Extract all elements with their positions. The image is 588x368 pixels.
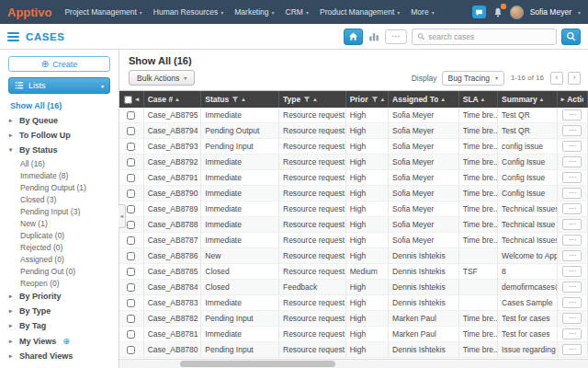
filter-icon[interactable] bbox=[303, 96, 311, 103]
row-checkbox[interactable] bbox=[127, 330, 135, 339]
row-checkbox[interactable] bbox=[127, 205, 135, 213]
table-row[interactable]: Case_AB8785ClosedResource requestMediumD… bbox=[119, 264, 588, 280]
topbar-menu-human-resources[interactable]: Human Resources▾ bbox=[148, 0, 229, 24]
column-header-assigned-to[interactable]: Assigned To▴ bbox=[389, 91, 459, 108]
add-view-icon[interactable]: ⊕ bbox=[62, 336, 70, 346]
sidebar-item-new[interactable]: New (1) bbox=[20, 217, 110, 229]
topbar-menu-more[interactable]: More▾ bbox=[405, 0, 439, 24]
sidebar-section-by-priority[interactable]: ▸By Priority bbox=[8, 289, 110, 304]
row-checkbox[interactable] bbox=[127, 111, 135, 120]
row-checkbox[interactable] bbox=[127, 268, 135, 276]
sidebar-item-immediate[interactable]: Immediate (8) bbox=[20, 169, 110, 181]
home-button[interactable] bbox=[344, 29, 363, 45]
sort-icon[interactable]: ▴ bbox=[313, 96, 316, 103]
search-button[interactable] bbox=[561, 29, 581, 45]
select-all-checkbox[interactable] bbox=[124, 96, 132, 104]
table-row[interactable]: Case_AB8780Pending InputResource request… bbox=[119, 342, 588, 358]
next-page-button[interactable]: › bbox=[568, 72, 581, 85]
row-checkbox[interactable] bbox=[127, 283, 135, 292]
filter-icon[interactable] bbox=[371, 96, 379, 103]
row-checkbox[interactable] bbox=[127, 252, 135, 260]
table-row[interactable]: Case_AB8784ClosedFeedbackHighDennis Isht… bbox=[119, 280, 588, 295]
table-row[interactable]: Case_AB8793Pending InputResource request… bbox=[119, 139, 588, 155]
row-actions-button[interactable]: ⋯ bbox=[562, 266, 582, 277]
filter-icon[interactable] bbox=[232, 96, 239, 103]
row-actions-button[interactable]: ⋯ bbox=[562, 172, 582, 183]
horizontal-scrollbar[interactable] bbox=[119, 359, 588, 368]
table-row[interactable]: Case_AB8792ImmediateResource requestHigh… bbox=[119, 155, 588, 170]
sort-icon[interactable]: ▴ bbox=[175, 96, 178, 103]
row-actions-button[interactable]: ⋯ bbox=[562, 156, 582, 167]
row-actions-button[interactable]: ⋯ bbox=[562, 203, 582, 214]
row-checkbox[interactable] bbox=[127, 174, 135, 182]
table-row[interactable]: Case_AB8787ImmediateResource requestHigh… bbox=[119, 233, 588, 248]
column-header-status[interactable]: Status▴ bbox=[201, 91, 279, 108]
topbar-menu-crm[interactable]: CRM▾ bbox=[280, 0, 314, 24]
row-actions-button[interactable]: ⋯ bbox=[562, 235, 582, 246]
table-row[interactable]: Case_AB8794Pending OutputResource reques… bbox=[119, 123, 588, 139]
table-row[interactable]: Case_AB8782Pending InputResource request… bbox=[119, 311, 588, 327]
sidebar-section-to-follow-up[interactable]: ▸To Follow Up bbox=[8, 128, 110, 143]
table-row[interactable]: Case_AB8789ImmediateResource requestHigh… bbox=[119, 201, 588, 217]
display-dropdown[interactable]: Bug Tracing ▾ bbox=[442, 71, 504, 86]
table-row[interactable]: Case_AB8790ImmediateResource requestHigh… bbox=[119, 186, 588, 201]
create-button[interactable]: ⊕ Create bbox=[8, 56, 110, 72]
row-checkbox[interactable] bbox=[127, 346, 135, 354]
row-actions-button[interactable]: ⋯ bbox=[562, 328, 582, 339]
sidebar-item-pending-output[interactable]: Pending Output (1) bbox=[20, 181, 110, 193]
row-actions-button[interactable]: ⋯ bbox=[562, 109, 582, 121]
row-actions-button[interactable]: ⋯ bbox=[562, 141, 582, 152]
scroll-right-icon[interactable]: ▸ bbox=[561, 96, 565, 103]
sort-icon[interactable]: ▴ bbox=[242, 96, 244, 103]
row-checkbox[interactable] bbox=[127, 190, 135, 198]
user-avatar[interactable] bbox=[510, 6, 524, 19]
row-actions-button[interactable]: ⋯ bbox=[562, 313, 582, 324]
row-checkbox[interactable] bbox=[127, 299, 135, 307]
notifications-button[interactable] bbox=[492, 6, 503, 18]
column-header-case[interactable]: Case #▴ bbox=[143, 91, 201, 108]
row-checkbox[interactable] bbox=[127, 221, 135, 229]
table-row[interactable]: Case_AB8786NewResource requestHighDennis… bbox=[119, 248, 588, 264]
sidebar-section-by-status[interactable]: ▾By Status bbox=[8, 143, 110, 157]
sidebar-section-by-queue[interactable]: ▸By Queue bbox=[8, 113, 110, 128]
table-row[interactable]: Case_AB8788ImmediateResource requestHigh… bbox=[119, 217, 588, 233]
user-menu-caret-icon[interactable]: ▾ bbox=[578, 9, 581, 16]
sidebar-item-duplicate[interactable]: Duplicate (0) bbox=[20, 229, 110, 241]
apptivo-logo[interactable]: Apptivo bbox=[7, 6, 51, 19]
sidebar-item-reopen[interactable]: Reopen (0) bbox=[20, 277, 110, 289]
table-row[interactable]: Case_AB8795ImmediateResource requestHigh… bbox=[119, 108, 588, 123]
sort-icon[interactable]: ▴ bbox=[441, 96, 444, 103]
column-header-priority[interactable]: Priority▴ bbox=[345, 91, 388, 108]
reports-button[interactable] bbox=[368, 30, 380, 42]
row-actions-button[interactable]: ⋯ bbox=[562, 282, 582, 293]
column-header-sla[interactable]: SLA▴ bbox=[458, 91, 497, 108]
sidebar-item-closed[interactable]: Closed (3) bbox=[20, 193, 110, 205]
user-name[interactable]: Sofia Meyer bbox=[530, 7, 571, 17]
sort-icon[interactable]: ▴ bbox=[381, 96, 384, 103]
search-input[interactable] bbox=[428, 32, 551, 41]
row-actions-button[interactable]: ⋯ bbox=[562, 344, 582, 355]
column-header-summary[interactable]: Summary▴ bbox=[498, 91, 558, 108]
row-actions-button[interactable]: ⋯ bbox=[562, 125, 582, 136]
column-header-actions[interactable]: ▸Actions bbox=[557, 91, 587, 108]
lists-button[interactable]: Lists ▾ bbox=[8, 77, 110, 94]
sidebar-item-pending-input[interactable]: Pending Input (3) bbox=[20, 205, 110, 217]
scrollbar-thumb[interactable] bbox=[180, 361, 334, 367]
more-apps-button[interactable]: ⋯ bbox=[385, 29, 407, 44]
chat-button[interactable] bbox=[472, 6, 486, 18]
hamburger-icon[interactable] bbox=[7, 32, 19, 41]
row-checkbox[interactable] bbox=[127, 236, 135, 245]
sidebar-section-shared-views[interactable]: ▸Shared Views bbox=[8, 349, 110, 363]
sidebar-collapse-handle[interactable]: ◂ bbox=[119, 204, 126, 228]
topbar-menu-marketing[interactable]: Marketing▾ bbox=[229, 0, 279, 24]
sidebar-item-all[interactable]: All (16) bbox=[20, 157, 110, 169]
sort-icon[interactable]: ▴ bbox=[481, 96, 484, 103]
sidebar-section-my-views[interactable]: ▸My Views⊕ bbox=[8, 333, 110, 349]
sort-icon[interactable]: ▴ bbox=[540, 96, 543, 103]
topbar-menu-product-management[interactable]: Product Management▾ bbox=[314, 0, 405, 24]
prev-page-button[interactable]: ‹ bbox=[550, 72, 563, 85]
sidebar-section-by-type[interactable]: ▸By Type bbox=[8, 304, 110, 318]
row-checkbox[interactable] bbox=[127, 158, 135, 167]
row-checkbox[interactable] bbox=[127, 143, 135, 151]
table-row[interactable]: Case_AB8791ImmediateResource requestHigh… bbox=[119, 170, 588, 186]
